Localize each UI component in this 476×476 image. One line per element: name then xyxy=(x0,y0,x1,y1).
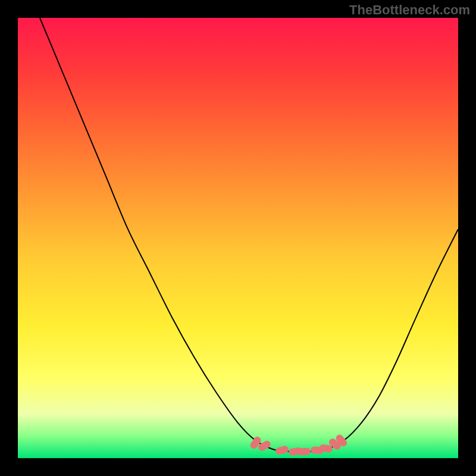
svg-rect-4 xyxy=(298,447,311,455)
bottleneck-chart xyxy=(18,18,458,458)
watermark-text: TheBottleneck.com xyxy=(349,2,470,18)
gradient-background xyxy=(18,18,458,458)
